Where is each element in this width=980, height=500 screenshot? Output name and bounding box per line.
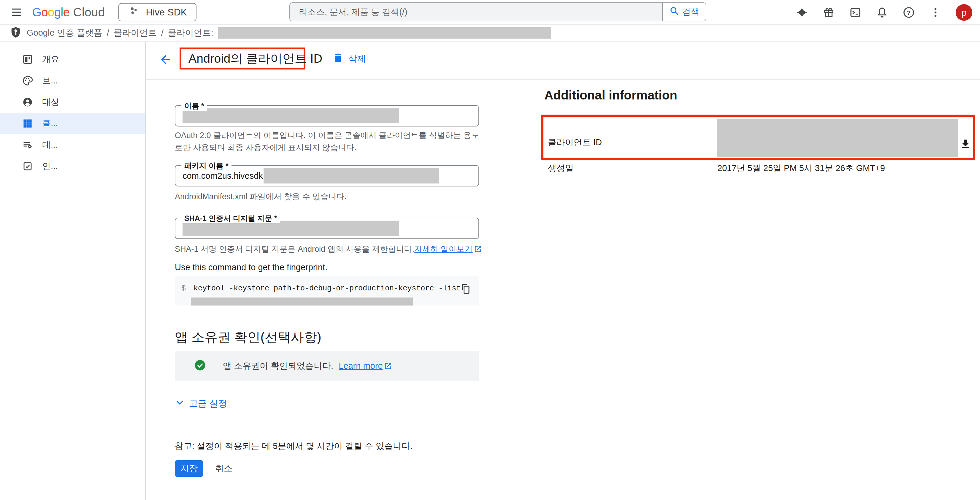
redacted-package-suffix <box>264 168 439 183</box>
svg-text:?: ? <box>907 9 911 16</box>
ownership-status-text: 앱 소유권이 확인되었습니다. Learn more <box>223 360 392 372</box>
annotation-box-title: Android의 클라이언트 ID <box>180 48 305 70</box>
sidebar-item-data-access[interactable]: 데... <box>0 134 145 156</box>
checkbox-icon <box>22 161 33 172</box>
gemini-sparkle-icon[interactable] <box>795 6 808 19</box>
shell-prompt: $ <box>181 284 186 293</box>
breadcrumb: Google 인증 플랫폼 / 클라이언트 / 클라이언트: <box>27 27 213 39</box>
command-line: $keytool -keystore path-to-debug-or-prod… <box>181 284 461 293</box>
search-icon <box>669 6 679 18</box>
sidebar-item-verification[interactable]: 인... <box>0 156 145 177</box>
redacted-client-name <box>218 27 551 38</box>
search-button[interactable]: 검색 <box>662 3 706 21</box>
project-name: Hive SDK <box>146 7 187 18</box>
breadcrumb-bar: Google 인증 플랫폼 / 클라이언트 / 클라이언트: <box>0 25 980 41</box>
learn-more-link[interactable]: Learn more <box>339 361 383 371</box>
sidebar-item-clients[interactable]: 클... <box>0 113 145 134</box>
app-bar: Google Cloud Hive SDK 검색 <box>0 0 980 25</box>
fingerprint-hint: Use this command to get the fingerprint. <box>175 263 327 272</box>
list-gear-icon <box>22 139 33 151</box>
sidebar-item-branding[interactable]: 브... <box>0 70 145 91</box>
help-icon[interactable]: ? <box>902 6 915 19</box>
settings-note: 참고: 설정이 적용되는 데 5분에서 몇 시간이 걸릴 수 있습니다. <box>175 440 412 452</box>
palette-icon <box>22 75 33 86</box>
divider <box>146 79 980 80</box>
package-name-value: com.com2us.hivesdk <box>183 171 263 181</box>
keytool-command: keytool -keystore path-to-debug-or-produ… <box>194 284 461 293</box>
check-circle-icon <box>194 359 206 374</box>
download-icon[interactable] <box>959 138 972 150</box>
external-link-icon <box>474 244 482 256</box>
cloud-shell-icon[interactable] <box>849 6 862 19</box>
auth-platform-shield-icon <box>10 26 22 40</box>
command-code-block: $keytool -keystore path-to-debug-or-prod… <box>175 276 479 306</box>
name-field[interactable]: 이름 * <box>175 105 479 126</box>
package-helper-text: AndroidManifest.xml 파일에서 찾을 수 있습니다. <box>175 191 484 203</box>
person-circle-icon <box>22 97 33 108</box>
delete-button[interactable]: 삭제 <box>332 52 366 66</box>
search-bar: 검색 <box>290 2 706 21</box>
additional-info-heading: Additional information <box>544 88 677 102</box>
page-title: Android의 클라이언트 ID <box>188 51 322 67</box>
ownership-status-box: 앱 소유권이 확인되었습니다. Learn more <box>175 351 479 381</box>
sidebar-item-overview[interactable]: 개요 <box>0 49 145 70</box>
advanced-settings-toggle[interactable]: 고급 설정 <box>175 398 227 410</box>
client-id-label: 클라이언트 ID <box>548 137 602 148</box>
cancel-button[interactable]: 취소 <box>215 460 232 477</box>
sha1-helper-text: SHA-1 서명 인증서 디지털 지문은 Android 앱의 사용을 제한합니… <box>175 243 484 256</box>
copy-icon[interactable] <box>460 283 471 294</box>
ownership-heading: 앱 소유권 확인(선택사항) <box>175 328 321 346</box>
save-button[interactable]: 저장 <box>175 460 203 477</box>
learn-more-sha1-link[interactable]: 자세히 알아보기 <box>414 245 473 253</box>
apps-grid-icon <box>22 118 33 129</box>
sidebar-item-audience[interactable]: 대상 <box>0 91 145 113</box>
trash-icon <box>332 52 344 66</box>
breadcrumb-item-clients[interactable]: 클라이언트 <box>114 27 157 39</box>
account-avatar[interactable]: p <box>956 4 972 21</box>
package-name-field[interactable]: 패키지 이름 * com.com2us.hivesdk <box>175 165 479 186</box>
created-date-value: 2017년 5월 25일 PM 5시 31분 26초 GMT+9 <box>718 162 885 174</box>
gift-icon[interactable] <box>822 6 835 19</box>
breadcrumb-item-client: 클라이언트: <box>168 27 213 39</box>
redacted-command-output <box>191 298 413 306</box>
main-content: Android의 클라이언트 ID 삭제 이름 * OAuth 2.0 클라이언… <box>146 42 980 500</box>
redacted-name-value <box>183 108 399 123</box>
header-actions: ? p <box>795 0 972 25</box>
project-selector[interactable]: Hive SDK <box>118 3 196 21</box>
hamburger-menu-icon[interactable] <box>9 5 24 20</box>
notifications-bell-icon[interactable] <box>875 6 889 19</box>
external-link-icon <box>384 362 392 372</box>
sha1-fingerprint-field[interactable]: SHA-1 인증서 디지털 지문 * <box>175 218 479 239</box>
created-date-label: 생성일 <box>548 162 574 174</box>
dashboard-icon <box>22 54 33 65</box>
breadcrumb-item-platform[interactable]: Google 인증 플랫폼 <box>27 27 102 39</box>
sidebar-nav: 개요 브... 대상 클... 데... 인... <box>0 42 146 500</box>
google-cloud-logo: Google Cloud <box>32 5 105 19</box>
name-helper-text: OAuth 2.0 클라이언트의 이름입니다. 이 이름은 콘솔에서 클라이언트… <box>175 129 484 154</box>
more-vertical-icon[interactable] <box>929 6 942 19</box>
back-arrow-icon[interactable] <box>159 53 172 67</box>
chevron-down-icon <box>175 398 185 410</box>
breadcrumb-separator: / <box>107 28 109 38</box>
search-input[interactable] <box>290 3 662 21</box>
redacted-client-id-value <box>718 119 958 158</box>
breadcrumb-separator: / <box>161 28 164 38</box>
project-hexagons-icon <box>128 5 140 19</box>
